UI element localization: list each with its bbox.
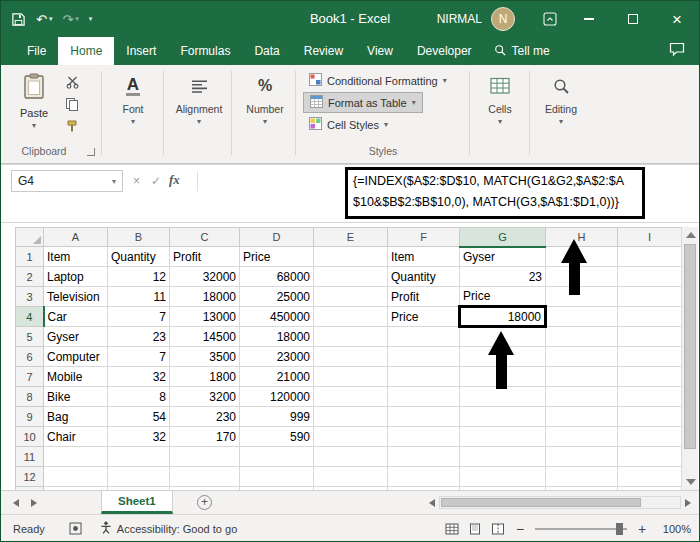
row-header-6[interactable]: 6 [16, 347, 44, 367]
cell-I4[interactable] [618, 307, 682, 327]
close-button[interactable]: × [655, 1, 699, 37]
name-box[interactable]: G4 ▾ [11, 170, 123, 192]
cell-G3[interactable]: Price [460, 287, 546, 307]
comment-button[interactable] [669, 37, 685, 65]
tab-view[interactable]: View [355, 37, 405, 65]
column-header-A[interactable]: A [44, 228, 108, 247]
scroll-up-icon[interactable] [686, 232, 696, 238]
cell-F8[interactable] [388, 387, 460, 407]
format-as-table-button[interactable]: Format as Table ▾ [303, 92, 423, 113]
editing-group-button[interactable]: Editing ▾ [535, 70, 587, 144]
cell-E12[interactable] [314, 467, 388, 487]
scroll-down-icon[interactable] [686, 479, 696, 485]
avatar[interactable]: N [491, 7, 515, 31]
horizontal-scrollbar[interactable] [429, 495, 691, 510]
cell-E1[interactable] [314, 247, 388, 267]
cell-F10[interactable] [388, 427, 460, 447]
macro-record-icon[interactable] [69, 522, 82, 535]
column-header-C[interactable]: C [170, 228, 240, 247]
column-header-I[interactable]: I [618, 228, 682, 247]
formula-input[interactable]: {=INDEX($A$2:$D$10, MATCH(G1&G2,$A$2:$A$… [345, 167, 645, 219]
tab-insert[interactable]: Insert [114, 37, 168, 65]
cell-E5[interactable] [314, 327, 388, 347]
cell-G9[interactable] [460, 407, 546, 427]
column-header-B[interactable]: B [108, 228, 170, 247]
page-break-view-icon[interactable] [491, 523, 505, 535]
cell-C8[interactable]: 3200 [170, 387, 240, 407]
redo-button[interactable]: ↷▾ [62, 12, 78, 27]
page-layout-view-icon[interactable] [468, 523, 482, 535]
tab-developer[interactable]: Developer [405, 37, 484, 65]
row-header-5[interactable]: 5 [16, 327, 44, 347]
cell-C6[interactable]: 3500 [170, 347, 240, 367]
cell-H10[interactable] [546, 427, 618, 447]
cell-E7[interactable] [314, 367, 388, 387]
cell-A2[interactable]: Laptop [44, 267, 108, 287]
row-header-8[interactable]: 8 [16, 387, 44, 407]
accessibility-status[interactable]: Accessibility: Good to go [100, 521, 237, 536]
row-header-3[interactable]: 3 [16, 287, 44, 307]
cell-G12[interactable] [460, 467, 546, 487]
cell-C2[interactable]: 32000 [170, 267, 240, 287]
sheet-nav-prev-icon[interactable] [13, 499, 19, 507]
enter-icon[interactable]: ✓ [151, 174, 161, 188]
cell-F1[interactable]: Item [388, 247, 460, 267]
cell-D4[interactable]: 450000 [240, 307, 314, 327]
cell-A5[interactable]: Gyser [44, 327, 108, 347]
cell-C12[interactable] [170, 467, 240, 487]
cell-E2[interactable] [314, 267, 388, 287]
cell-A8[interactable]: Bike [44, 387, 108, 407]
cell-D8[interactable]: 120000 [240, 387, 314, 407]
normal-view-icon[interactable] [445, 523, 459, 535]
cell-G2[interactable]: 23 [460, 267, 546, 287]
cell-H5[interactable] [546, 327, 618, 347]
cell-I1[interactable] [618, 247, 682, 267]
cell-H9[interactable] [546, 407, 618, 427]
conditional-formatting-button[interactable]: Conditional Formatting ▾ [303, 70, 453, 91]
column-header-D[interactable]: D [240, 228, 314, 247]
cell-A7[interactable]: Mobile [44, 367, 108, 387]
row-header-4[interactable]: 4 [16, 307, 44, 327]
sheet-nav-next-icon[interactable] [31, 499, 37, 507]
zoom-slider[interactable] [535, 528, 627, 530]
cell-F6[interactable] [388, 347, 460, 367]
cell-F5[interactable] [388, 327, 460, 347]
cell-E10[interactable] [314, 427, 388, 447]
cell-I7[interactable] [618, 367, 682, 387]
cell-I6[interactable] [618, 347, 682, 367]
cell-A4[interactable]: Car [44, 307, 108, 327]
cell-A10[interactable]: Chair [44, 427, 108, 447]
cancel-icon[interactable]: × [133, 174, 140, 188]
cell-G10[interactable] [460, 427, 546, 447]
cell-G4[interactable]: 18000 [460, 307, 546, 327]
cell-D2[interactable]: 68000 [240, 267, 314, 287]
cell-H3[interactable] [546, 287, 618, 307]
alignment-group-button[interactable]: Alignment ▾ [169, 70, 229, 144]
cell-H8[interactable] [546, 387, 618, 407]
undo-caret-icon[interactable]: ▾ [49, 15, 53, 23]
tab-file[interactable]: File [15, 37, 58, 65]
paste-button[interactable]: Paste ▾ [11, 69, 57, 147]
cell-C9[interactable]: 230 [170, 407, 240, 427]
cells-group-button[interactable]: Cells ▾ [475, 70, 525, 144]
cell-E11[interactable] [314, 447, 388, 467]
tell-me[interactable]: Tell me [484, 37, 560, 65]
name-box-caret-icon[interactable]: ▾ [112, 177, 116, 186]
cell-I10[interactable] [618, 427, 682, 447]
select-all-corner[interactable] [16, 228, 44, 247]
zoom-slider-handle[interactable] [616, 523, 623, 535]
tab-home[interactable]: Home [58, 37, 114, 65]
zoom-out-button[interactable]: − [514, 521, 526, 537]
cell-B6[interactable]: 7 [108, 347, 170, 367]
copy-icon[interactable] [61, 95, 83, 113]
cell-C5[interactable]: 14500 [170, 327, 240, 347]
cell-F9[interactable] [388, 407, 460, 427]
cell-H2[interactable] [546, 267, 618, 287]
cell-I3[interactable] [618, 287, 682, 307]
cell-H11[interactable] [546, 447, 618, 467]
vertical-scroll-thumb[interactable] [684, 244, 696, 449]
minimize-button[interactable] [567, 1, 611, 37]
tab-data[interactable]: Data [242, 37, 291, 65]
ribbon-display-options-icon[interactable] [543, 12, 557, 26]
cell-A3[interactable]: Television [44, 287, 108, 307]
